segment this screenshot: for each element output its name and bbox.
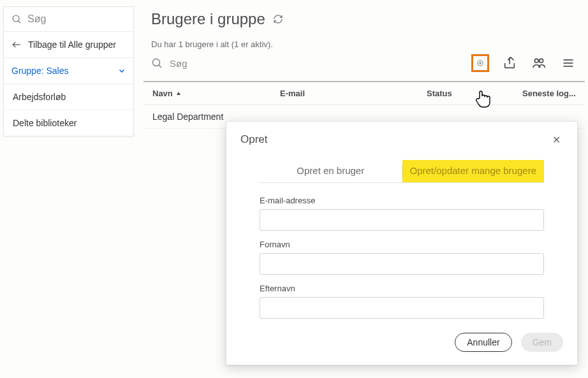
create-user-form: E-mail-adresse Fornavn Efternavn: [240, 196, 563, 319]
users-icon: [531, 56, 547, 70]
cell-email: [280, 112, 427, 122]
toolbar-actions: [471, 54, 577, 72]
email-field[interactable]: [260, 209, 544, 231]
search-icon: [151, 57, 163, 69]
save-button[interactable]: Gem: [521, 333, 563, 352]
sort-asc-icon: [175, 91, 182, 97]
close-icon[interactable]: ✕: [550, 134, 563, 146]
svg-point-0: [13, 15, 19, 22]
cell-status: [427, 112, 522, 122]
chevron-down-icon: [118, 67, 126, 75]
share-icon: [503, 56, 517, 70]
create-user-modal: Opret ✕ Opret en bruger Opret/opdater ma…: [226, 121, 578, 365]
col-email[interactable]: E-mail: [280, 89, 427, 98]
back-label: Tilbage til Alle grupper: [28, 40, 116, 50]
search-icon: [11, 14, 22, 25]
cell-log: [522, 112, 576, 122]
cell-name: Legal Department: [152, 112, 280, 122]
back-to-groups[interactable]: Tilbage til Alle grupper: [4, 32, 133, 58]
toolbar: Søg: [143, 54, 585, 72]
label-lastname: Efternavn: [260, 284, 544, 293]
modal-header: Opret ✕: [240, 133, 563, 146]
col-name[interactable]: Navn: [152, 89, 280, 98]
users-button[interactable]: [530, 54, 548, 72]
sidebar-item-workflows[interactable]: Arbejdsforløb: [4, 84, 133, 110]
menu-button[interactable]: [559, 54, 577, 72]
sidebar: Søg Tilbage til Alle grupper Gruppe: Sal…: [3, 6, 134, 136]
sidebar-search[interactable]: Søg: [4, 7, 133, 32]
modal-title: Opret: [240, 133, 268, 146]
cancel-button[interactable]: Annuller: [455, 333, 511, 352]
table-search[interactable]: Søg: [151, 57, 471, 69]
table-header: Navn E-mail Status Seneste log...: [143, 82, 585, 105]
plus-circle-icon: [477, 56, 483, 70]
main-content: Brugere i gruppe Du har 1 brugere i alt …: [143, 6, 585, 129]
svg-point-9: [534, 59, 538, 62]
page-title: Brugere i gruppe: [143, 6, 585, 40]
sidebar-group-sales[interactable]: Gruppe: Sales: [4, 58, 133, 84]
tab-create-single[interactable]: Opret en bruger: [260, 160, 402, 182]
svg-line-1: [18, 20, 21, 23]
export-button[interactable]: [501, 54, 518, 72]
sidebar-item-shared-libs[interactable]: Delte biblioteker: [4, 110, 133, 136]
modal-tabs: Opret en bruger Opret/opdater mange brug…: [260, 160, 544, 183]
lastname-field[interactable]: [260, 297, 544, 319]
label-email: E-mail-adresse: [260, 196, 544, 205]
modal-footer: Annuller Gem: [240, 333, 563, 352]
table-search-placeholder: Søg: [170, 58, 187, 69]
svg-point-10: [540, 59, 543, 62]
svg-point-3: [152, 59, 159, 66]
arrow-left-icon: [11, 40, 22, 49]
firstname-field[interactable]: [260, 253, 544, 275]
tab-create-bulk[interactable]: Opret/opdater mange brugere: [402, 160, 545, 182]
add-user-button[interactable]: [471, 54, 489, 72]
svg-line-4: [159, 64, 161, 67]
svg-marker-14: [177, 92, 180, 95]
user-count-text: Du har 1 brugere i alt (1 er aktiv).: [143, 40, 585, 54]
menu-icon: [562, 57, 575, 69]
col-status[interactable]: Status: [427, 89, 522, 98]
label-firstname: Fornavn: [260, 240, 544, 249]
refresh-icon[interactable]: [273, 14, 283, 24]
col-last-login[interactable]: Seneste log...: [522, 89, 576, 98]
group-label: Gruppe: Sales: [11, 66, 69, 76]
sidebar-search-placeholder: Søg: [27, 13, 46, 25]
